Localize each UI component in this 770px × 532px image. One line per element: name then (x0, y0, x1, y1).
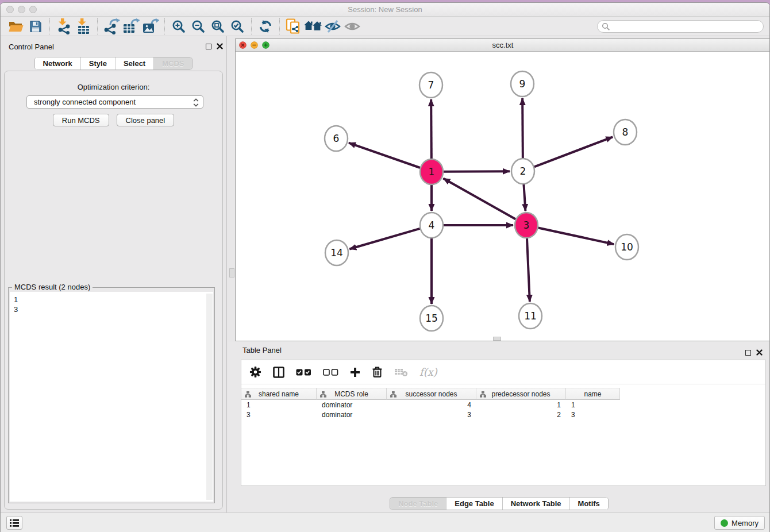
toolbar-separator (279, 18, 280, 34)
graph-edge-2-3[interactable] (523, 184, 525, 211)
mcds-result-textarea[interactable]: 1 3 (10, 292, 213, 502)
open-session-button[interactable] (6, 18, 26, 35)
network-window-titlebar[interactable]: scc.txt (236, 39, 770, 52)
result-scrollbar[interactable] (206, 294, 213, 500)
import-table-button[interactable] (74, 18, 93, 35)
table-settings-button[interactable] (249, 366, 261, 378)
vertical-resize-grip[interactable] (229, 268, 234, 277)
create-column-button[interactable] (350, 367, 360, 377)
table-cell[interactable]: 3 (241, 410, 317, 420)
tab-select[interactable]: Select (115, 57, 153, 70)
zoom-selected-button[interactable] (228, 18, 247, 35)
hide-graphics-details-button[interactable] (323, 18, 342, 35)
column-header-successor-nodes[interactable]: successor nodes (387, 388, 476, 400)
import-network-button[interactable] (54, 18, 74, 35)
control-panel-title: Control Panel (9, 43, 54, 51)
tab-edge-table[interactable]: Edge Table (446, 498, 502, 510)
export-network-icon (103, 18, 120, 34)
graph-edge-3-11[interactable] (527, 238, 530, 302)
export-table-icon (122, 18, 140, 34)
show-all-networks-button[interactable] (303, 18, 323, 35)
checked-boxes-icon (296, 369, 311, 376)
memory-button[interactable]: Memory (714, 516, 765, 530)
graph-edge-2-9[interactable] (522, 98, 523, 158)
table-toolbar: f(x) (241, 360, 765, 384)
run-mcds-button[interactable]: Run MCDS (53, 114, 109, 126)
column-header-MCDS-role[interactable]: MCDS role (317, 388, 387, 400)
delete-column-button[interactable] (372, 366, 383, 378)
column-header-name[interactable]: name (566, 388, 620, 400)
tab-network[interactable]: Network (35, 57, 80, 70)
tab-network-table[interactable]: Network Table (502, 498, 569, 510)
close-panel-button[interactable]: Close panel (117, 114, 175, 126)
homes-icon (304, 20, 322, 33)
close-table-panel-icon[interactable] (756, 349, 763, 356)
status-bar: Memory (1, 512, 769, 532)
table-cell[interactable]: dominator (317, 410, 387, 420)
tab-style[interactable]: Style (80, 57, 115, 70)
save-session-button[interactable] (26, 18, 45, 35)
zoom-fit-button[interactable] (208, 18, 228, 35)
app-window: Session: New Session (0, 2, 770, 532)
list-icon (10, 519, 19, 527)
mcds-result-title: MCDS result (2 nodes) (12, 283, 93, 291)
deselect-all-rows-button[interactable] (323, 369, 338, 376)
graph-edge-1-7[interactable] (431, 99, 432, 159)
table-cell[interactable]: 2 (476, 410, 566, 420)
duplicate-network-button[interactable] (284, 18, 303, 35)
table-cell[interactable]: 3 (387, 410, 476, 420)
column-header-label: name (584, 390, 601, 398)
tab-node-table[interactable]: Node Table (390, 498, 446, 510)
column-header-shared-name[interactable]: shared name (241, 388, 317, 400)
table-cell[interactable]: 1 (241, 400, 317, 410)
table-header-row: shared name MCDS role successor nodes pr… (241, 388, 620, 400)
column-header-label: predecessor nodes (491, 390, 550, 398)
table-cell[interactable]: 1 (566, 400, 620, 410)
zoom-in-button[interactable] (169, 18, 188, 35)
show-graphics-details-button[interactable] (342, 18, 362, 35)
graph-node-label-8: 8 (622, 126, 629, 138)
network-graph: 7968124314101511 (236, 52, 770, 341)
delete-table-button[interactable] (394, 367, 408, 377)
function-builder-button[interactable]: f(x) (419, 366, 437, 378)
search-input[interactable] (597, 20, 764, 33)
graph-edge-1-2[interactable] (444, 171, 510, 172)
table-cell[interactable]: 1 (476, 400, 566, 410)
criterion-dropdown[interactable]: strongly connected component (26, 95, 203, 109)
column-header-label: successor nodes (405, 390, 457, 398)
export-network-button[interactable] (102, 18, 121, 35)
tab-mcds[interactable]: MCDS (153, 57, 192, 70)
export-table-button[interactable] (121, 18, 141, 35)
table-cell[interactable]: 3 (566, 410, 620, 420)
unchecked-boxes-icon (323, 369, 338, 376)
show-column-panel-button[interactable] (273, 367, 284, 378)
float-table-panel-icon[interactable] (745, 350, 751, 356)
graph-node-label-9: 9 (519, 78, 526, 90)
optimization-criterion-label: Optimization criterion: (5, 83, 222, 91)
table-cell[interactable]: 4 (387, 400, 476, 410)
table-row-1[interactable]: 3dominator323 (241, 410, 765, 420)
graph-edge-3-10[interactable] (538, 228, 614, 244)
table-tabs: Node Table Edge Table Network Table Moti… (228, 497, 770, 510)
table-row-0[interactable]: 1dominator411 (241, 400, 765, 410)
fx-icon: f(x) (419, 366, 437, 378)
graph-edge-1-6[interactable] (349, 143, 420, 168)
column-header-predecessor-nodes[interactable]: predecessor nodes (476, 388, 566, 400)
control-panel: Control Panel Network Style Select MCDS … (1, 36, 227, 515)
float-panel-icon[interactable] (206, 44, 211, 49)
graph-edge-3-1[interactable] (443, 179, 515, 219)
zoom-in-icon (171, 19, 186, 34)
close-panel-icon[interactable] (217, 43, 223, 49)
task-history-button[interactable] (6, 516, 22, 530)
graph-node-label-15: 15 (425, 313, 438, 324)
zoom-out-button[interactable] (188, 18, 208, 35)
tab-motifs[interactable]: Motifs (569, 498, 608, 510)
network-canvas[interactable]: 7968124314101511 (236, 52, 770, 341)
graph-edge-2-8[interactable] (534, 137, 613, 167)
export-image-button[interactable] (141, 18, 160, 35)
horizontal-resize-grip[interactable] (493, 337, 501, 341)
table-cell[interactable]: dominator (317, 400, 387, 410)
graph-edge-4-14[interactable] (349, 229, 419, 249)
select-all-rows-button[interactable] (296, 369, 311, 376)
refresh-button[interactable] (256, 18, 275, 35)
